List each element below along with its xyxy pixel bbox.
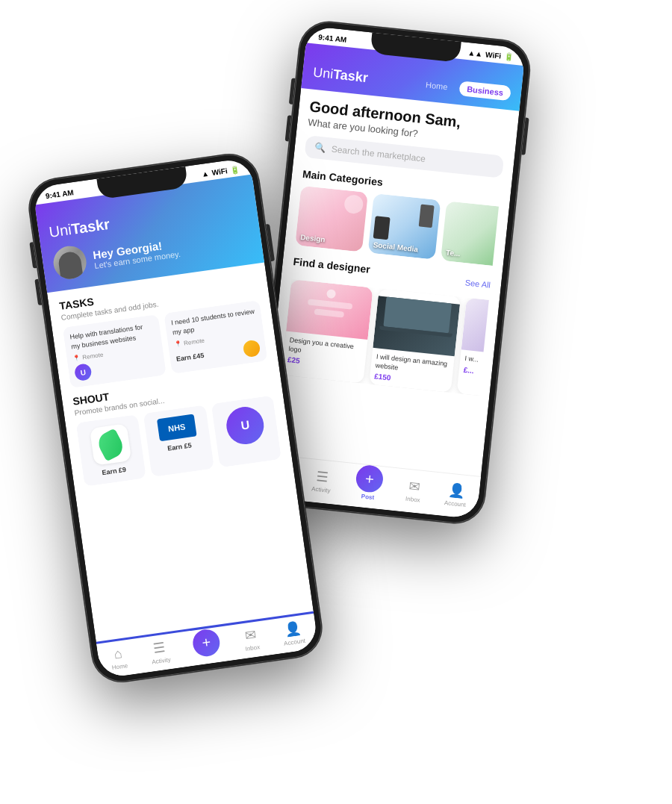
tasks-section: TASKS Complete tasks and odd jobs. Help …	[59, 272, 268, 388]
nhs-logo: NHS	[157, 414, 197, 442]
header-tabs: Home Business	[417, 76, 511, 101]
categories-row: Design Social Media Te...	[295, 186, 499, 266]
account-icon: 👤	[447, 482, 465, 500]
nav-account-label: Account	[444, 499, 466, 508]
designer-card-1[interactable]: Design you a creative logo £25	[281, 279, 373, 384]
find-designer-label: Find a designer	[293, 255, 371, 275]
status-time-back: 9:41 AM	[318, 33, 347, 44]
nav-post-back[interactable]: + Post	[354, 470, 384, 502]
tgtg-logo	[90, 423, 131, 465]
designer-price-3: £...	[463, 365, 488, 381]
nav-post-label: Post	[361, 493, 374, 501]
activity-icon: ☰	[316, 468, 329, 486]
designer-img-3	[461, 298, 489, 358]
search-placeholder-text: Search the marketplace	[331, 144, 426, 164]
earn-label-2: Earn £45	[175, 352, 205, 363]
status-icons-back: ▲▲ WiFi 🔋	[467, 49, 514, 61]
designer-card-3[interactable]: I w... £...	[457, 298, 489, 396]
business-screen: 9:41 AM ▲▲ WiFi 🔋 UniTaskr Home Business	[258, 25, 526, 519]
tab-home[interactable]: Home	[417, 76, 455, 95]
shout-section: SHOUT Promote brands on social... Earn £…	[72, 368, 282, 487]
avatar	[52, 244, 89, 281]
designers-row: Design you a creative logo £25 I will de…	[281, 279, 489, 396]
task-card-1[interactable]: Help with translations for my business w…	[63, 314, 167, 388]
front-home-icon: ⌂	[113, 646, 123, 662]
georgia-greeting: Hey Georgia! Let's earn some money.	[92, 237, 181, 270]
status-icons-front: ▲ WiFi 🔋	[201, 165, 240, 178]
tgtg-leaf	[94, 428, 126, 461]
search-icon: 🔍	[314, 142, 326, 153]
nav-account-back[interactable]: 👤 Account	[444, 482, 467, 508]
inbox-icon: ✉	[408, 478, 420, 495]
post-button[interactable]: +	[355, 464, 385, 494]
tgtg-earn: Earn £9	[102, 466, 127, 476]
status-time-front: 9:41 AM	[45, 188, 74, 200]
nhs-earn: Earn £5	[167, 442, 193, 452]
brand-card-u[interactable]: U	[211, 396, 281, 468]
category-social-label: Social Media	[373, 240, 418, 253]
brand-card-tgtg[interactable]: Earn £9	[76, 414, 146, 487]
task-avatar-2	[243, 340, 261, 358]
front-account-icon: 👤	[284, 620, 302, 638]
designer-card-2[interactable]: I will design an amazing website £150	[369, 288, 461, 393]
front-post-button[interactable]: +	[191, 627, 222, 658]
designer-img-1	[286, 279, 373, 340]
business-body: Good afternoon Sam, What are you looking…	[263, 88, 520, 476]
category-social[interactable]: Social Media	[368, 193, 441, 260]
brand-u-1: U	[74, 363, 93, 381]
front-activity-icon: ☰	[152, 639, 167, 657]
see-all-button[interactable]: See All	[464, 278, 491, 290]
nav-inbox-back[interactable]: ✉ Inbox	[405, 478, 423, 504]
front-activity-label: Activity	[152, 656, 171, 665]
app-logo-back: UniTaskr	[312, 65, 369, 87]
georgia-body: TASKS Complete tasks and odd jobs. Help …	[47, 262, 314, 641]
front-account-label: Account	[284, 638, 306, 647]
nav-inbox-front[interactable]: ✉ Inbox	[243, 626, 261, 652]
brand-card-nhs[interactable]: NHS Earn £5	[143, 405, 214, 478]
task-card-2[interactable]: I need 10 students to review my app 📍 Re…	[164, 300, 267, 374]
front-home-label: Home	[111, 662, 128, 671]
nav-home-front[interactable]: ⌂ Home	[109, 645, 128, 671]
nav-activity-label: Activity	[311, 485, 331, 494]
category-tech[interactable]: Te...	[441, 201, 499, 266]
u-logo: U	[224, 405, 266, 446]
front-inbox-icon: ✉	[244, 626, 258, 644]
front-inbox-label: Inbox	[245, 643, 261, 652]
nav-post-front[interactable]: +	[192, 633, 222, 658]
nav-activity-front[interactable]: ☰ Activity	[149, 638, 171, 665]
designer-img-2	[373, 296, 460, 356]
georgia-screen: 9:41 AM ▲ WiFi 🔋 UniTaskr	[32, 158, 319, 679]
category-tech-label: Te...	[446, 248, 461, 258]
nav-account-front[interactable]: 👤 Account	[281, 620, 305, 647]
nav-activity-back[interactable]: ☰ Activity	[311, 467, 333, 493]
category-design[interactable]: Design	[295, 186, 368, 252]
tab-business[interactable]: Business	[458, 81, 511, 101]
nav-inbox-label: Inbox	[405, 496, 420, 504]
